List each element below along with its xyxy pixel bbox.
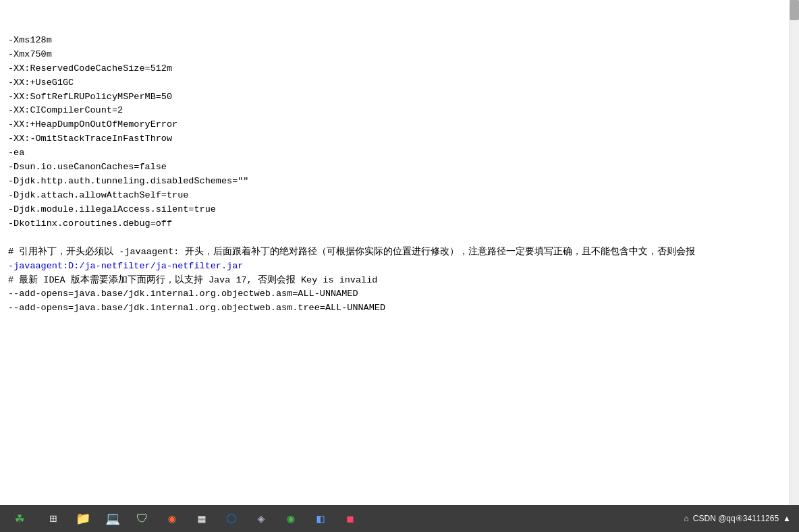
scrollbar-thumb[interactable] xyxy=(790,0,799,20)
taskbar-start-button[interactable]: ☘ xyxy=(3,506,36,531)
folder-icon: 📁 xyxy=(76,511,90,526)
tray-arrow-up: ▲ xyxy=(783,514,791,523)
code-line: -Xmx750m xyxy=(8,48,791,62)
edge-icon: ⬡ xyxy=(226,511,237,526)
remote-icon: ◧ xyxy=(317,511,325,526)
grid-icon[interactable]: ⊞ xyxy=(39,506,67,531)
code-line: -Xms128m xyxy=(8,34,791,48)
computer-icon[interactable]: 💻 xyxy=(99,506,127,531)
computer-icon: 💻 xyxy=(105,511,120,526)
jetbrains-icon[interactable]: ◼ xyxy=(336,506,364,531)
remote-icon[interactable]: ◧ xyxy=(306,506,335,531)
code-line: --add-opens=java.base/jdk.internal.org.o… xyxy=(8,287,791,301)
scrollbar-right[interactable] xyxy=(790,0,799,505)
disk-icon: ◈ xyxy=(258,511,265,526)
folder-icon[interactable]: 📁 xyxy=(69,506,97,531)
code-line: -Djdk.module.illegalAccess.silent=true xyxy=(8,203,791,217)
code-line: -XX:CICompilerCount=2 xyxy=(8,104,791,118)
tray-csdn: CSDN @qq④34111265 xyxy=(693,514,779,523)
code-line xyxy=(8,231,791,245)
taskbar-items: ⊞📁💻🛡◉▦⬡◈◉◧◼ xyxy=(39,506,684,531)
code-line: -Dsun.io.useCanonCaches=false xyxy=(8,160,791,175)
disk-icon[interactable]: ◈ xyxy=(247,506,275,531)
grid-icon: ⊞ xyxy=(50,511,57,526)
main-content: -Xms128m-Xmx750m-XX:ReservedCodeCacheSiz… xyxy=(0,0,799,505)
chrome-icon[interactable]: ◉ xyxy=(158,506,186,531)
chrome-icon: ◉ xyxy=(169,511,176,526)
code-line: -Dkotlinx.coroutines.debug=off xyxy=(8,217,791,231)
calc-icon: ▦ xyxy=(198,511,206,526)
code-line: # 引用补丁，开头必须以 -javaagent: 开头，后面跟着补丁的绝对路径（… xyxy=(8,245,791,260)
taskbar-tray: ⌂ CSDN @qq④34111265 ▲ xyxy=(684,514,796,523)
shield-icon: 🛡 xyxy=(136,512,148,526)
code-line: -Djdk.http.auth.tunneling.disabledScheme… xyxy=(8,175,791,189)
calc-icon[interactable]: ▦ xyxy=(188,506,216,531)
edge-icon[interactable]: ⬡ xyxy=(217,506,246,531)
wechat-icon: ◉ xyxy=(287,511,295,526)
code-line: -XX:-OmitStackTraceInFastThrow xyxy=(8,132,791,146)
code-line: -Djdk.attach.allowAttachSelf=true xyxy=(8,189,791,203)
clover-icon: ☘ xyxy=(15,510,24,528)
code-line: # 最新 IDEA 版本需要添加下面两行，以支持 Java 17, 否则会报 K… xyxy=(8,274,791,288)
code-line: --add-opens=java.base/jdk.internal.org.o… xyxy=(8,301,791,316)
code-area: -Xms128m-Xmx750m-XX:ReservedCodeCacheSiz… xyxy=(8,5,791,316)
tray-text: ⌂ xyxy=(684,514,689,523)
code-line: -javaagent:D:/ja-netfilter/ja-netfilter.… xyxy=(8,260,791,274)
code-line: -XX:+HeapDumpOnOutOfMemoryError xyxy=(8,118,791,132)
code-line: -XX:ReservedCodeCacheSize=512m xyxy=(8,62,791,76)
shield-icon[interactable]: 🛡 xyxy=(128,506,157,531)
code-line: -XX:+UseG1GC xyxy=(8,76,791,90)
wechat-icon[interactable]: ◉ xyxy=(277,506,305,531)
taskbar: ☘ ⊞📁💻🛡◉▦⬡◈◉◧◼ ⌂ CSDN @qq④34111265 ▲ xyxy=(0,505,799,532)
code-line: -ea xyxy=(8,146,791,160)
code-line: -XX:SoftRefLRUPolicyMSPerMB=50 xyxy=(8,90,791,105)
jetbrains-icon: ◼ xyxy=(347,511,354,526)
